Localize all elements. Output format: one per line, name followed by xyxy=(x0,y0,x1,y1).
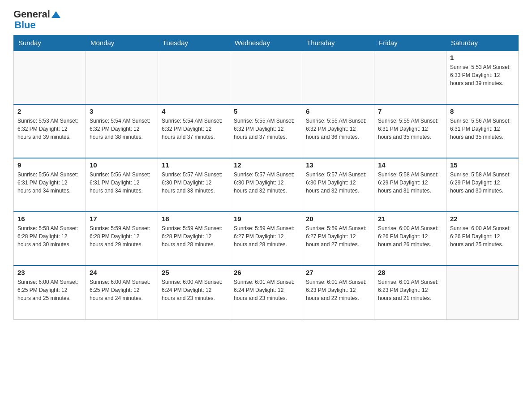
day-number: 2 xyxy=(17,107,82,115)
weekday-header-tuesday: Tuesday xyxy=(158,35,230,51)
day-info: Sunrise: 5:57 AM Sunset: 6:30 PM Dayligh… xyxy=(306,171,370,195)
day-number: 1 xyxy=(450,54,515,61)
day-info: Sunrise: 5:55 AM Sunset: 6:31 PM Dayligh… xyxy=(378,117,442,141)
day-number: 17 xyxy=(90,215,154,223)
day-number: 13 xyxy=(306,161,370,169)
day-number: 23 xyxy=(17,269,82,276)
weekday-header-friday: Friday xyxy=(374,35,446,51)
day-info: Sunrise: 5:58 AM Sunset: 6:29 PM Dayligh… xyxy=(378,171,442,195)
weekday-header-thursday: Thursday xyxy=(302,35,374,51)
day-number: 15 xyxy=(450,161,515,169)
calendar-cell xyxy=(446,265,519,319)
day-number: 3 xyxy=(90,107,154,115)
calendar-cell: 26Sunrise: 6:01 AM Sunset: 6:24 PM Dayli… xyxy=(230,265,302,319)
day-info: Sunrise: 5:59 AM Sunset: 6:27 PM Dayligh… xyxy=(306,224,370,248)
calendar-cell xyxy=(14,51,86,104)
calendar-week-row: 1Sunrise: 5:53 AM Sunset: 6:33 PM Daylig… xyxy=(14,51,519,104)
weekday-header-sunday: Sunday xyxy=(14,35,86,51)
calendar-cell: 8Sunrise: 5:56 AM Sunset: 6:31 PM Daylig… xyxy=(446,104,519,158)
calendar-cell: 16Sunrise: 5:58 AM Sunset: 6:28 PM Dayli… xyxy=(14,212,86,265)
day-info: Sunrise: 5:57 AM Sunset: 6:30 PM Dayligh… xyxy=(234,171,298,195)
day-info: Sunrise: 6:00 AM Sunset: 6:24 PM Dayligh… xyxy=(162,278,226,302)
day-info: Sunrise: 5:55 AM Sunset: 6:32 PM Dayligh… xyxy=(234,117,298,141)
calendar-cell: 5Sunrise: 5:55 AM Sunset: 6:32 PM Daylig… xyxy=(230,104,302,158)
day-info: Sunrise: 6:00 AM Sunset: 6:26 PM Dayligh… xyxy=(378,224,442,248)
day-number: 4 xyxy=(162,107,226,115)
day-number: 18 xyxy=(162,215,226,223)
day-info: Sunrise: 6:00 AM Sunset: 6:25 PM Dayligh… xyxy=(17,278,82,302)
svg-marker-0 xyxy=(51,11,60,18)
calendar-cell xyxy=(158,51,230,104)
day-number: 22 xyxy=(450,215,515,223)
day-number: 16 xyxy=(17,215,82,223)
day-info: Sunrise: 5:53 AM Sunset: 6:32 PM Dayligh… xyxy=(17,117,82,141)
weekday-header-saturday: Saturday xyxy=(446,35,519,51)
calendar-cell xyxy=(230,51,302,104)
day-info: Sunrise: 5:57 AM Sunset: 6:30 PM Dayligh… xyxy=(162,171,226,195)
calendar-cell: 23Sunrise: 6:00 AM Sunset: 6:25 PM Dayli… xyxy=(14,265,86,319)
day-info: Sunrise: 5:59 AM Sunset: 6:27 PM Dayligh… xyxy=(234,224,298,248)
calendar-cell xyxy=(374,51,446,104)
calendar-cell: 15Sunrise: 5:58 AM Sunset: 6:29 PM Dayli… xyxy=(446,158,519,212)
logo-triangle-icon xyxy=(51,10,61,18)
day-number: 28 xyxy=(378,269,442,276)
calendar-cell xyxy=(302,51,374,104)
calendar-cell: 6Sunrise: 5:55 AM Sunset: 6:32 PM Daylig… xyxy=(302,104,374,158)
calendar-cell: 12Sunrise: 5:57 AM Sunset: 6:30 PM Dayli… xyxy=(230,158,302,212)
day-info: Sunrise: 6:00 AM Sunset: 6:26 PM Dayligh… xyxy=(450,224,515,248)
calendar-cell: 2Sunrise: 5:53 AM Sunset: 6:32 PM Daylig… xyxy=(14,104,86,158)
calendar-cell: 28Sunrise: 6:01 AM Sunset: 6:23 PM Dayli… xyxy=(374,265,446,319)
calendar-cell: 7Sunrise: 5:55 AM Sunset: 6:31 PM Daylig… xyxy=(374,104,446,158)
calendar-cell: 14Sunrise: 5:58 AM Sunset: 6:29 PM Dayli… xyxy=(374,158,446,212)
day-number: 9 xyxy=(17,161,82,169)
calendar-cell: 11Sunrise: 5:57 AM Sunset: 6:30 PM Dayli… xyxy=(158,158,230,212)
day-info: Sunrise: 5:56 AM Sunset: 6:31 PM Dayligh… xyxy=(450,117,515,141)
day-info: Sunrise: 6:01 AM Sunset: 6:23 PM Dayligh… xyxy=(306,278,370,302)
day-number: 5 xyxy=(234,107,298,115)
calendar-cell: 4Sunrise: 5:54 AM Sunset: 6:32 PM Daylig… xyxy=(158,104,230,158)
day-number: 21 xyxy=(378,215,442,223)
day-info: Sunrise: 5:59 AM Sunset: 6:28 PM Dayligh… xyxy=(162,224,226,248)
calendar-cell: 27Sunrise: 6:01 AM Sunset: 6:23 PM Dayli… xyxy=(302,265,374,319)
calendar-cell xyxy=(86,51,158,104)
day-number: 7 xyxy=(378,107,442,115)
day-info: Sunrise: 5:53 AM Sunset: 6:33 PM Dayligh… xyxy=(450,63,515,87)
calendar-cell: 19Sunrise: 5:59 AM Sunset: 6:27 PM Dayli… xyxy=(230,212,302,265)
day-info: Sunrise: 5:56 AM Sunset: 6:31 PM Dayligh… xyxy=(17,171,82,195)
weekday-header-monday: Monday xyxy=(86,35,158,51)
weekday-header-wednesday: Wednesday xyxy=(230,35,302,51)
day-number: 12 xyxy=(234,161,298,169)
day-number: 20 xyxy=(306,215,370,223)
day-info: Sunrise: 5:54 AM Sunset: 6:32 PM Dayligh… xyxy=(162,117,226,141)
day-info: Sunrise: 6:01 AM Sunset: 6:23 PM Dayligh… xyxy=(378,278,442,302)
day-info: Sunrise: 6:01 AM Sunset: 6:24 PM Dayligh… xyxy=(234,278,298,302)
day-info: Sunrise: 5:55 AM Sunset: 6:32 PM Dayligh… xyxy=(306,117,370,141)
calendar-cell: 18Sunrise: 5:59 AM Sunset: 6:28 PM Dayli… xyxy=(158,212,230,265)
calendar-week-row: 2Sunrise: 5:53 AM Sunset: 6:32 PM Daylig… xyxy=(14,104,519,158)
day-number: 27 xyxy=(306,269,370,276)
calendar-cell: 22Sunrise: 6:00 AM Sunset: 6:26 PM Dayli… xyxy=(446,212,519,265)
logo-general-text: General xyxy=(13,9,50,20)
day-info: Sunrise: 5:58 AM Sunset: 6:28 PM Dayligh… xyxy=(17,224,82,248)
calendar-cell: 21Sunrise: 6:00 AM Sunset: 6:26 PM Dayli… xyxy=(374,212,446,265)
day-number: 11 xyxy=(162,161,226,169)
calendar-cell: 17Sunrise: 5:59 AM Sunset: 6:28 PM Dayli… xyxy=(86,212,158,265)
calendar-cell: 20Sunrise: 5:59 AM Sunset: 6:27 PM Dayli… xyxy=(302,212,374,265)
calendar-cell: 25Sunrise: 6:00 AM Sunset: 6:24 PM Dayli… xyxy=(158,265,230,319)
calendar-cell: 9Sunrise: 5:56 AM Sunset: 6:31 PM Daylig… xyxy=(14,158,86,212)
page-header: General Blue xyxy=(13,9,519,30)
calendar-week-row: 23Sunrise: 6:00 AM Sunset: 6:25 PM Dayli… xyxy=(14,265,519,319)
calendar-cell: 24Sunrise: 6:00 AM Sunset: 6:25 PM Dayli… xyxy=(86,265,158,319)
day-info: Sunrise: 5:54 AM Sunset: 6:32 PM Dayligh… xyxy=(90,117,154,141)
calendar-cell: 10Sunrise: 5:56 AM Sunset: 6:31 PM Dayli… xyxy=(86,158,158,212)
day-number: 6 xyxy=(306,107,370,115)
day-info: Sunrise: 5:56 AM Sunset: 6:31 PM Dayligh… xyxy=(90,171,154,195)
day-number: 10 xyxy=(90,161,154,169)
day-number: 26 xyxy=(234,269,298,276)
day-number: 14 xyxy=(378,161,442,169)
day-info: Sunrise: 6:00 AM Sunset: 6:25 PM Dayligh… xyxy=(90,278,154,302)
day-number: 8 xyxy=(450,107,515,115)
day-info: Sunrise: 5:58 AM Sunset: 6:29 PM Dayligh… xyxy=(450,171,515,195)
calendar-week-row: 16Sunrise: 5:58 AM Sunset: 6:28 PM Dayli… xyxy=(14,212,519,265)
calendar-header-row: SundayMondayTuesdayWednesdayThursdayFrid… xyxy=(14,35,519,51)
